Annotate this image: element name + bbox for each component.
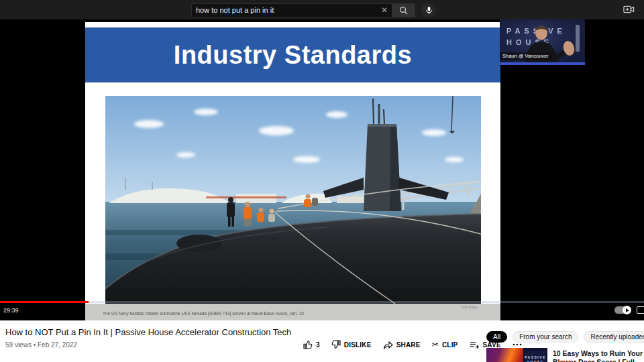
scissors-icon: ✂ <box>432 340 439 349</box>
slide-header: Industry Standards <box>85 27 500 82</box>
search-button[interactable] <box>392 3 415 17</box>
filter-chip-bar: All From your search Recently uploaded › <box>486 331 644 343</box>
top-bar: ✕ <box>0 0 644 19</box>
webcam-blue-bar <box>500 62 585 65</box>
slide-caption-strip: US Navy The US Navy ballistic missile su… <box>85 304 500 320</box>
progress-bar[interactable] <box>0 301 644 303</box>
share-label: SHARE <box>396 341 421 349</box>
below-player-info: How to NOT Put a Pin In It | Passive Hou… <box>0 320 644 362</box>
photo-caption: The US Navy ballistic missile submarine … <box>103 311 305 316</box>
chip-recently-uploaded[interactable]: Recently uploaded <box>584 331 644 343</box>
presentation-slide: Industry Standards <box>85 22 500 320</box>
dislike-label: DISLIKE <box>344 341 372 349</box>
dislike-button[interactable]: DISLIKE <box>331 340 372 349</box>
recommended-video[interactable]: PASSIVE HOUSE LIVE 10 Easy Ways to Ruin … <box>486 348 644 362</box>
autoplay-play-icon <box>623 306 631 314</box>
webcam-video: PASSIVE HOUSE Shaun @ Vancouver <box>500 19 585 62</box>
clip-label: CLIP <box>442 341 458 349</box>
chip-all[interactable]: All <box>486 331 507 343</box>
clear-search-icon[interactable]: ✕ <box>381 6 388 14</box>
search-icon <box>399 6 408 15</box>
thumb-up-icon <box>303 340 313 349</box>
chip-from-your-search[interactable]: From your search <box>513 331 578 343</box>
youtube-app: ✕ <box>0 0 644 362</box>
mic-button[interactable] <box>421 3 436 17</box>
video-player[interactable]: Industry Standards <box>0 19 644 320</box>
video-title: How to NOT Put a Pin In It | Passive Hou… <box>5 327 291 337</box>
recommended-thumbnail: PASSIVE HOUSE LIVE <box>486 348 547 362</box>
playlist-add-icon <box>470 341 480 349</box>
subtitles-icon[interactable] <box>637 306 644 314</box>
current-time: 29:39 <box>3 307 19 314</box>
search-input[interactable] <box>196 6 381 14</box>
more-actions-button[interactable] <box>513 343 522 346</box>
passive-house-live-logo: PASSIVE HOUSE LIVE <box>525 351 546 362</box>
player-controls-right <box>614 306 643 314</box>
thermal-image <box>486 348 523 362</box>
search-area: ✕ <box>191 3 436 17</box>
progress-fill <box>0 301 89 303</box>
mic-icon <box>425 6 433 15</box>
recommended-title: 10 Easy Ways to Ruin Your Blower Door Sc… <box>553 348 644 362</box>
photo-credit: US Navy <box>462 305 478 309</box>
share-button[interactable]: SHARE <box>383 341 421 349</box>
submarine-photo <box>105 96 481 304</box>
clip-button[interactable]: ✂ CLIP <box>432 340 458 349</box>
video-meta: 59 views • Feb 27, 2022 <box>5 341 77 349</box>
autoplay-toggle[interactable] <box>614 306 631 314</box>
create-video-button[interactable] <box>623 5 635 16</box>
more-icon <box>513 343 522 346</box>
slide-title: Industry Standards <box>174 41 412 70</box>
like-count: 3 <box>316 341 320 349</box>
presenter-name-label: Shaun @ Vancouver <box>500 52 552 60</box>
create-video-icon <box>623 5 635 14</box>
submarine-photo-art <box>105 96 481 304</box>
like-button[interactable]: 3 <box>303 340 320 349</box>
presenter-webcam: PASSIVE HOUSE Shaun @ Vancouver <box>500 19 585 65</box>
share-icon <box>383 341 393 349</box>
search-box: ✕ <box>191 3 392 17</box>
thumb-down-icon <box>331 340 341 349</box>
